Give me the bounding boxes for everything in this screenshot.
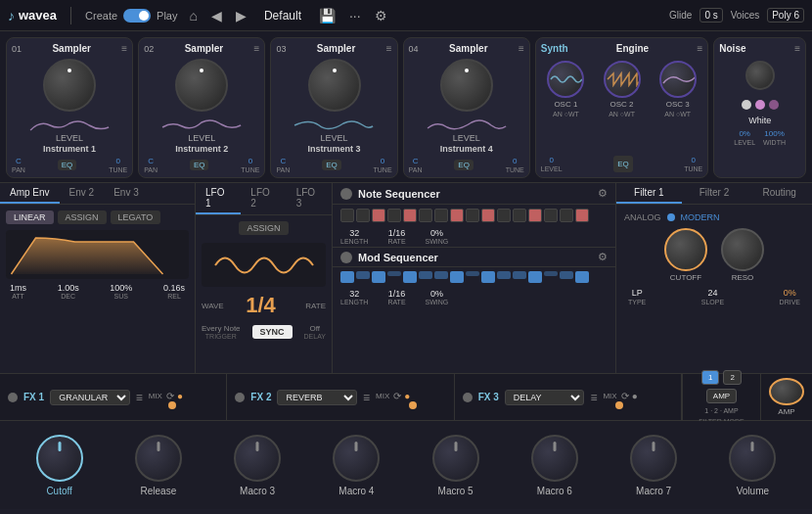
fx-3-type[interactable]: DELAY REVERB GRANULAR [505, 390, 585, 405]
osc-3-knob[interactable] [659, 61, 697, 98]
lfo-assign-btn[interactable]: ASSIGN [239, 221, 288, 235]
assign-btn[interactable]: ASSIGN [58, 210, 107, 224]
tab-filter-2[interactable]: Filter 2 [682, 183, 747, 204]
tab-lfo-2[interactable]: LFO 2 [241, 183, 286, 214]
cutoff-knob-item[interactable]: CUTOFF [664, 228, 707, 282]
tab-env-2[interactable]: Env 2 [60, 183, 105, 204]
tab-routing[interactable]: Routing [746, 183, 812, 204]
card-menu-3[interactable]: ≡ [386, 43, 392, 54]
eq-btn-2[interactable]: EQ [190, 160, 209, 170]
mod-step-13[interactable] [528, 271, 542, 283]
instrument-card-4[interactable]: 04 Sampler ≡ LEVEL Instrument 4 C PAN [403, 37, 530, 178]
mod-seq-settings[interactable]: ⚙ [598, 251, 608, 263]
fx-3-icon-2[interactable]: ● [632, 391, 638, 401]
more-button[interactable]: ··· [347, 8, 363, 23]
filter-mode-1-btn[interactable]: 1 [701, 370, 719, 385]
noise-knob[interactable] [745, 61, 775, 90]
home-button[interactable]: ⌂ [187, 8, 199, 23]
level-knob-4[interactable] [440, 59, 493, 112]
fx-1-settings[interactable]: ≡ [136, 391, 143, 404]
macro-knob-4[interactable] [333, 435, 380, 482]
macro-knob-5[interactable] [432, 435, 479, 482]
eq-btn-3[interactable]: EQ [322, 160, 341, 170]
seq-step-12[interactable] [513, 209, 526, 222]
tab-amp-env[interactable]: Amp Env [0, 183, 60, 204]
tab-lfo-3[interactable]: LFO 3 [287, 183, 332, 214]
seq-step-16[interactable] [575, 209, 589, 222]
mod-step-7[interactable] [434, 271, 448, 279]
synth-menu[interactable]: ≡ [697, 43, 702, 54]
fx-1-type[interactable]: GRANULAR REVERB DELAY [50, 390, 130, 405]
macro-knob-volume[interactable] [729, 435, 776, 482]
mod-step-2[interactable] [356, 271, 370, 279]
mod-step-4[interactable] [387, 271, 401, 276]
prev-preset-button[interactable]: ◀ [209, 8, 224, 23]
fx-1-slider-thumb[interactable] [168, 401, 176, 409]
noise-dot-brown[interactable] [769, 100, 779, 110]
fx-3-toggle[interactable] [463, 393, 473, 402]
eq-btn-1[interactable]: EQ [58, 160, 77, 170]
mod-step-6[interactable] [419, 271, 432, 279]
reso-knob[interactable] [721, 228, 764, 271]
mod-step-10[interactable] [481, 271, 495, 283]
mod-step-8[interactable] [450, 271, 464, 283]
level-knob-3[interactable] [308, 59, 361, 112]
seq-step-8[interactable] [450, 209, 464, 222]
fx-2-toggle[interactable] [235, 393, 245, 402]
mod-step-9[interactable] [466, 271, 479, 276]
macro-knob-7[interactable] [630, 435, 677, 482]
seq-step-1[interactable] [340, 209, 354, 222]
note-seq-settings[interactable]: ⚙ [598, 187, 608, 200]
fx-1-icon-2[interactable]: ● [177, 391, 183, 401]
seq-step-3[interactable] [372, 209, 385, 222]
mod-seq-toggle[interactable] [340, 252, 352, 263]
macro-knob-3[interactable] [234, 435, 281, 482]
fx-2-icon-1[interactable]: ⟳ [393, 391, 401, 401]
mod-step-1[interactable] [340, 271, 354, 283]
fx-1-toggle[interactable] [8, 393, 18, 402]
level-knob-2[interactable] [175, 59, 228, 112]
tab-env-3[interactable]: Env 3 [104, 183, 149, 204]
seq-step-13[interactable] [528, 209, 542, 222]
legato-btn[interactable]: LEGATO [111, 210, 161, 224]
fx-3-icon-1[interactable]: ⟳ [621, 391, 629, 401]
seq-step-6[interactable] [419, 209, 432, 222]
noise-menu[interactable]: ≡ [794, 43, 800, 54]
macro-knob-6[interactable] [531, 435, 578, 482]
eq-btn-4[interactable]: EQ [454, 160, 474, 170]
osc-2[interactable]: OSC 2 AN ○WT [604, 61, 641, 152]
settings-button[interactable]: ⚙ [373, 8, 389, 23]
save-preset-button[interactable]: 💾 [317, 8, 338, 23]
seq-step-15[interactable] [560, 209, 573, 222]
create-play-toggle[interactable]: Create Play [85, 9, 177, 23]
osc-2-knob[interactable] [604, 61, 641, 98]
noise-dot-pink[interactable] [755, 100, 765, 110]
reso-knob-item[interactable]: RESO [721, 228, 764, 282]
card-menu-2[interactable]: ≡ [254, 43, 260, 54]
seq-step-11[interactable] [497, 209, 511, 222]
fx-2-type[interactable]: REVERB GRANULAR DELAY [277, 390, 357, 405]
filter-modern-label[interactable]: MODERN [681, 212, 720, 222]
filter-amp-btn[interactable]: AMP [706, 389, 737, 403]
level-knob-1[interactable] [43, 59, 96, 112]
fx-2-icon-2[interactable]: ● [404, 391, 410, 401]
card-menu-4[interactable]: ≡ [519, 43, 524, 54]
macro-knob-cutoff[interactable] [36, 435, 83, 482]
seq-step-9[interactable] [466, 209, 479, 222]
mod-step-14[interactable] [544, 271, 558, 276]
synth-eq-btn[interactable]: EQ [613, 156, 633, 172]
mod-step-3[interactable] [372, 271, 385, 283]
lfo-sync-btn[interactable]: SYNC [252, 325, 293, 339]
mod-step-11[interactable] [497, 271, 511, 279]
card-menu-1[interactable]: ≡ [121, 43, 127, 54]
tab-filter-1[interactable]: Filter 1 [616, 183, 682, 204]
amp-knob[interactable] [769, 378, 804, 405]
instrument-card-2[interactable]: 02 Sampler ≡ LEVEL Instrument 2 C PAN [138, 37, 265, 178]
osc-3[interactable]: OSC 3 AN ○WT [659, 61, 697, 152]
seq-step-10[interactable] [481, 209, 495, 222]
instrument-card-1[interactable]: 01 Sampler ≡ LEVEL Instrument 1 C PAN [6, 37, 133, 178]
osc-1-knob[interactable] [547, 61, 584, 98]
seq-step-14[interactable] [544, 209, 558, 222]
osc-1[interactable]: OSC 1 AN ○WT [547, 61, 584, 152]
note-seq-toggle[interactable] [340, 188, 352, 200]
